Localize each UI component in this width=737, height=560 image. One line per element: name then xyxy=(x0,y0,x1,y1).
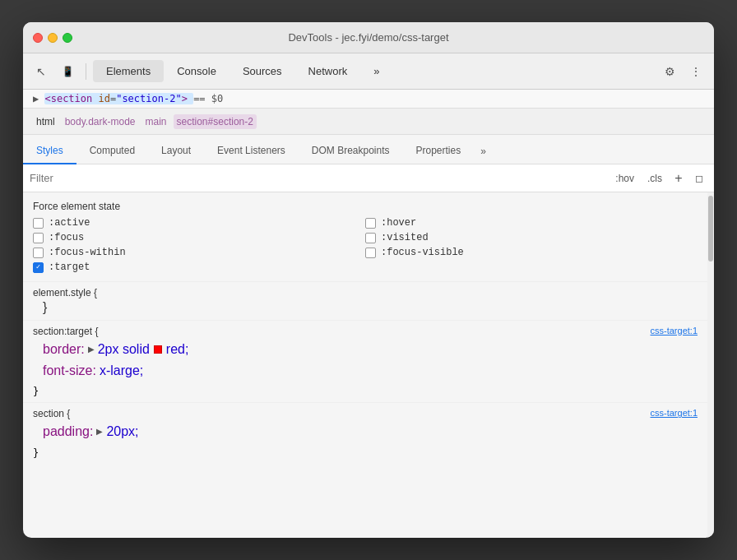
css-source-link-2[interactable]: css-target:1 xyxy=(651,408,698,418)
state-item-hover: :hover xyxy=(365,217,698,229)
dom-equals: == $0 xyxy=(193,93,223,104)
layout-icon: ◻ xyxy=(695,173,703,184)
expand-arrow-border[interactable]: ▶ xyxy=(88,343,95,356)
force-state-header: Force element state xyxy=(23,192,707,217)
settings-icon: ⚙ xyxy=(665,65,675,78)
main-tabs: Elements Console Sources Network » xyxy=(93,60,655,82)
breadcrumb-html[interactable]: html xyxy=(33,114,58,129)
css-prop-name-font-size: font-size: xyxy=(43,360,96,382)
css-rule-element-style-header: element.style { xyxy=(23,282,707,300)
menu-icon: ⋮ xyxy=(690,65,702,78)
styles-panel: Force element state :active :hover :focu… xyxy=(23,192,707,538)
tab-console[interactable]: Console xyxy=(164,60,229,82)
breadcrumb-main[interactable]: main xyxy=(142,114,170,129)
css-rule-section-header: section { css-target:1 xyxy=(23,403,707,421)
panel-tab-more[interactable]: » xyxy=(474,139,493,164)
filter-actions: :hov .cls + ◻ xyxy=(611,171,707,186)
breadcrumb-body[interactable]: body.dark-mode xyxy=(62,114,139,129)
dom-selected-element: <section id="section-2"> xyxy=(44,93,193,104)
css-closing-1: } xyxy=(23,386,707,402)
filter-input[interactable] xyxy=(30,172,611,184)
checkbox-focus[interactable] xyxy=(33,233,44,243)
panel-tab-dom-breakpoints[interactable]: DOM Breakpoints xyxy=(299,138,403,164)
tab-sources[interactable]: Sources xyxy=(229,60,295,82)
css-prop-value-border-size: 2px solid xyxy=(98,339,150,360)
menu-button[interactable]: ⋮ xyxy=(684,60,707,83)
cls-button[interactable]: .cls xyxy=(643,171,666,186)
checkbox-hover[interactable] xyxy=(365,218,376,229)
css-prop-name-padding: padding: xyxy=(43,421,93,442)
css-rule-element-style: element.style { } xyxy=(23,281,707,320)
css-prop-value-padding: 20px; xyxy=(106,421,138,442)
window-title: DevTools - jec.fyi/demo/css-target xyxy=(288,31,448,44)
panel-tab-computed[interactable]: Computed xyxy=(76,138,148,164)
tab-network[interactable]: Network xyxy=(295,60,361,82)
mobile-icon: 📱 xyxy=(62,66,74,77)
dom-prefix: ▶ xyxy=(33,93,44,104)
tab-elements[interactable]: Elements xyxy=(93,60,164,82)
toolbar-separator xyxy=(86,63,86,80)
css-rule-element-style-body: } xyxy=(23,300,707,320)
scrollbar[interactable] xyxy=(707,192,714,538)
state-item-visited: :visited xyxy=(365,232,698,243)
panel-tab-event-listeners[interactable]: Event Listeners xyxy=(204,138,299,164)
css-rule-section: section { css-target:1 padding: ▶ 20px; … xyxy=(23,402,707,464)
checkbox-visited[interactable] xyxy=(365,233,376,243)
state-item-focus-visible: :focus-visible xyxy=(365,247,698,258)
checkbox-focus-visible[interactable] xyxy=(365,248,376,258)
devtools-toolbar: ↖ 📱 Elements Console Sources Network » xyxy=(23,53,714,90)
toolbar-right-actions: ⚙ ⋮ xyxy=(658,60,707,83)
css-prop-name-border: border: xyxy=(43,339,85,360)
state-item-target: :target xyxy=(33,261,698,273)
css-rule-section-target: section:target { css-target:1 border: ▶ … xyxy=(23,320,707,402)
css-selector-section: section { xyxy=(33,408,70,419)
css-rule-section-target-header: section:target { css-target:1 xyxy=(23,321,707,339)
settings-button[interactable]: ⚙ xyxy=(658,60,681,83)
devtools-window: DevTools - jec.fyi/demo/css-target ↖ 📱 E… xyxy=(23,22,714,538)
hov-button[interactable]: :hov xyxy=(611,171,638,186)
panel-tab-styles[interactable]: Styles xyxy=(23,138,76,164)
cursor-icon: ↖ xyxy=(36,65,46,78)
traffic-lights xyxy=(33,33,72,43)
panel-tab-properties[interactable]: Properties xyxy=(403,138,475,164)
cursor-tool-button[interactable]: ↖ xyxy=(30,60,53,83)
css-prop-font-size: font-size: x-large; xyxy=(43,360,698,382)
mobile-tool-button[interactable]: 📱 xyxy=(56,60,79,83)
css-prop-value-border-color: red; xyxy=(166,339,189,360)
color-swatch-red[interactable] xyxy=(154,345,162,354)
css-closing-brace-0: } xyxy=(43,300,47,314)
state-item-focus: :focus xyxy=(33,232,365,243)
css-source-link-1[interactable]: css-target:1 xyxy=(651,326,698,336)
css-selector-section-target: section:target { xyxy=(33,326,98,337)
css-selector-element-style: element.style { xyxy=(33,287,97,299)
minimize-button[interactable] xyxy=(48,33,58,43)
main-content: Force element state :active :hover :focu… xyxy=(23,192,714,538)
filter-bar: :hov .cls + ◻ xyxy=(23,164,714,192)
checkbox-active[interactable] xyxy=(33,218,44,229)
css-rule-section-body: padding: ▶ 20px; xyxy=(23,421,707,447)
titlebar: DevTools - jec.fyi/demo/css-target xyxy=(23,22,714,53)
layout-button[interactable]: ◻ xyxy=(691,171,707,186)
panel-tabs: Styles Computed Layout Event Listeners D… xyxy=(23,135,714,164)
dom-element-bar: ▶ <section id="section-2"> == $0 xyxy=(23,90,714,109)
panel-tab-layout[interactable]: Layout xyxy=(148,138,204,164)
expand-arrow-padding[interactable]: ▶ xyxy=(96,425,103,438)
css-prop-border: border: ▶ 2px solid red; xyxy=(43,339,698,360)
scrollbar-thumb[interactable] xyxy=(708,196,713,261)
tab-more[interactable]: » xyxy=(360,60,392,82)
breadcrumb-section[interactable]: section#section-2 xyxy=(174,114,257,129)
close-button[interactable] xyxy=(33,33,43,43)
css-prop-value-font-size: x-large; xyxy=(100,360,143,382)
state-item-active: :active xyxy=(33,217,365,229)
css-closing-2: } xyxy=(23,447,707,464)
checkbox-focus-within[interactable] xyxy=(33,248,44,258)
maximize-button[interactable] xyxy=(63,33,72,43)
css-rule-section-target-body: border: ▶ 2px solid red; font-size: x-la… xyxy=(23,339,707,386)
breadcrumb: html body.dark-mode main section#section… xyxy=(23,109,714,135)
state-item-focus-within: :focus-within xyxy=(33,247,365,258)
css-prop-padding: padding: ▶ 20px; xyxy=(43,421,698,442)
add-style-button[interactable]: + xyxy=(671,171,686,186)
force-state-grid: :active :hover :focus :visited xyxy=(23,217,707,281)
checkbox-target[interactable] xyxy=(33,262,44,273)
